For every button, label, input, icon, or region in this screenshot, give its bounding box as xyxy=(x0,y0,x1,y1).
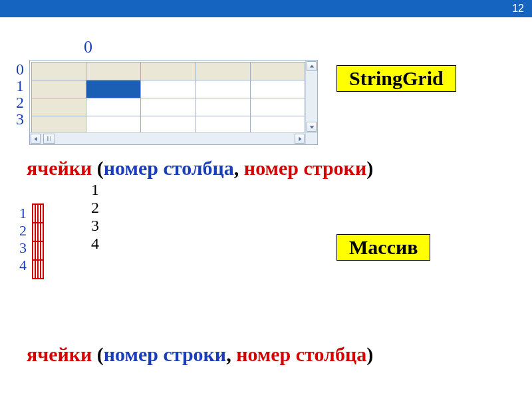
sg-cell-fixed[interactable] xyxy=(32,80,86,98)
sg-cell[interactable] xyxy=(141,80,196,98)
scroll-down-button[interactable] xyxy=(307,122,317,132)
slide-content: 01234 0 1 2 3 xyxy=(0,17,532,399)
sg-cell[interactable] xyxy=(196,98,250,116)
sg-cell-fixed[interactable] xyxy=(32,63,86,80)
sg-col-0: 0 xyxy=(60,37,116,57)
sg-row-3: 3 xyxy=(13,111,24,128)
scrollbar-corner xyxy=(305,132,317,144)
arr-row-3: 3 xyxy=(16,239,27,257)
sg-cell-fixed[interactable] xyxy=(196,63,250,80)
array-grid xyxy=(32,203,44,279)
sg-cell-fixed[interactable] xyxy=(250,63,305,80)
caption-word: ячейки xyxy=(27,343,92,365)
page-number: 12 xyxy=(512,3,524,15)
caption-punct: ( xyxy=(92,343,104,365)
scroll-left-button[interactable] xyxy=(31,134,41,144)
stringgrid-vscrollbar[interactable] xyxy=(305,61,317,132)
sg-row-1: 1 xyxy=(13,78,24,94)
arr-col-1: 1 xyxy=(66,181,124,199)
array-label: Массив xyxy=(336,234,430,261)
caption-row: номер строки xyxy=(104,343,226,365)
sg-cell[interactable] xyxy=(86,116,141,134)
caption-punct: , xyxy=(234,157,244,179)
caption-punct: ( xyxy=(92,157,104,179)
sg-cell[interactable] xyxy=(250,80,305,98)
sg-cell[interactable] xyxy=(141,116,196,134)
sg-cell-fixed[interactable] xyxy=(86,63,141,80)
array-col-labels: 1234 xyxy=(66,181,124,253)
sg-cell-fixed[interactable] xyxy=(141,63,196,80)
sg-cell-selected[interactable] xyxy=(86,80,141,98)
sg-row-0: 0 xyxy=(13,61,24,78)
caption-row: номер строки xyxy=(244,157,366,179)
stringgrid-row-labels: 0 1 2 3 xyxy=(13,61,24,128)
stringgrid-label: StringGrid xyxy=(336,65,456,92)
arr-cell xyxy=(41,204,43,223)
arr-cell xyxy=(41,241,43,260)
caption-col: номер столбца xyxy=(236,343,366,365)
stringgrid-hscrollbar[interactable] xyxy=(30,132,305,144)
sg-cell[interactable] xyxy=(141,98,196,116)
sg-cell[interactable] xyxy=(86,98,141,116)
stringgrid-control[interactable] xyxy=(29,60,318,145)
arr-cell xyxy=(41,223,43,241)
sg-cell-fixed[interactable] xyxy=(32,98,86,116)
titlebar: 12 xyxy=(0,0,532,17)
sg-cell[interactable] xyxy=(250,98,305,116)
caption-word: ячейки xyxy=(27,157,92,179)
scroll-thumb[interactable] xyxy=(43,134,55,144)
caption-punct: ) xyxy=(366,343,373,365)
caption-col: номер столбца xyxy=(104,157,234,179)
arr-col-2: 2 xyxy=(66,199,124,217)
caption-punct: , xyxy=(226,343,236,365)
array-row-labels: 1 2 3 4 xyxy=(16,205,27,274)
sg-cell[interactable] xyxy=(250,116,305,134)
sg-cell[interactable] xyxy=(196,116,250,134)
arr-row-4: 4 xyxy=(16,257,27,274)
scroll-up-button[interactable] xyxy=(307,61,317,71)
arr-cell xyxy=(41,260,43,279)
arr-col-3: 3 xyxy=(66,217,124,235)
arr-row-2: 2 xyxy=(16,222,27,239)
scroll-right-button[interactable] xyxy=(295,134,305,144)
sg-cell-fixed[interactable] xyxy=(32,116,86,134)
caption-array-order: ячейки (номер строки, номер столбца) xyxy=(27,343,373,366)
sg-row-2: 2 xyxy=(13,94,24,111)
sg-cell[interactable] xyxy=(196,80,250,98)
stringgrid-cells[interactable] xyxy=(31,62,305,134)
caption-stringgrid-order: ячейки (номер столбца, номер строки) xyxy=(27,157,373,180)
arr-row-1: 1 xyxy=(16,205,27,222)
caption-punct: ) xyxy=(366,157,373,179)
arr-col-4: 4 xyxy=(66,235,124,253)
